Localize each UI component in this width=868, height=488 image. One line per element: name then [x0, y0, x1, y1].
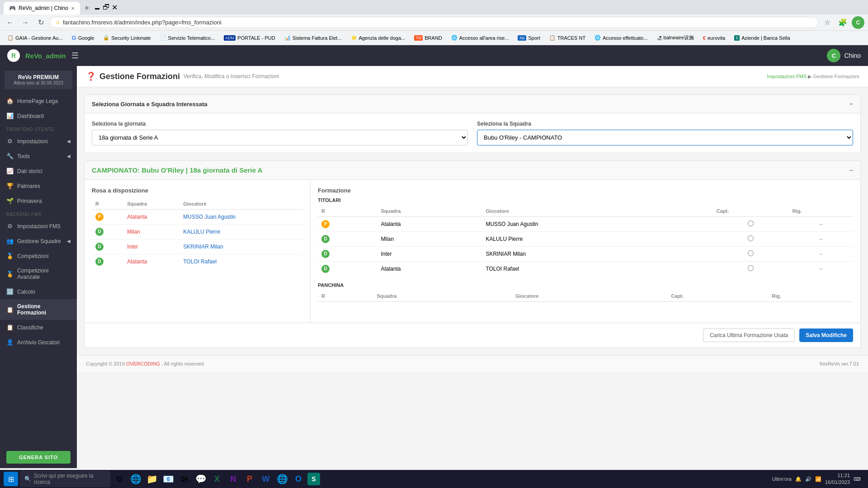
sidebar-item-dati[interactable]: 📈 Dati storici: [0, 164, 77, 178]
role-badge: P: [321, 220, 330, 228]
role-badge: D: [95, 228, 104, 236]
genera-sito-button[interactable]: GENERA SITO: [6, 451, 71, 464]
title-icon: ❓: [86, 71, 96, 81]
bookmark-portale[interactable]: ADMPORTALE - PUD: [220, 34, 278, 42]
rosa-player[interactable]: SKRINIAR Milan: [179, 239, 303, 254]
tit-capt-cell[interactable]: [713, 247, 789, 262]
bookmark-brand[interactable]: TMBRAND: [410, 34, 446, 42]
minimize-btn[interactable]: 🗕: [94, 3, 101, 12]
footer-company-link[interactable]: OVERCODING: [126, 361, 160, 366]
chart-icon: 📈: [6, 168, 14, 174]
bookmark-fattura[interactable]: 📊Sistema Fattura Elet...: [281, 33, 345, 42]
browser-tab-bar: 🎮 ReVo_admin | Chino ✕ + 🗕 🗗 ✕: [0, 0, 868, 14]
tit-capt-cell[interactable]: [713, 232, 789, 247]
settings-icon: ⚙: [6, 138, 14, 145]
giornata-label: Seleziona la giornata: [92, 121, 468, 127]
bookmark-security[interactable]: 🔒Security Linkmate: [99, 33, 154, 42]
rosa-player[interactable]: KALULU Pierre: [179, 225, 303, 239]
rosa-col-r: R: [92, 198, 123, 210]
tit-capt-cell[interactable]: [713, 262, 789, 277]
tit-capt-cell[interactable]: [713, 217, 789, 232]
sidebar-item-competizioni[interactable]: 🏅 Competizioni: [0, 249, 77, 263]
sidebar-item-tools[interactable]: 🔧 Tools ◀: [0, 149, 77, 164]
tit-player: KALULU Pierre: [482, 232, 712, 247]
sidebar-item-primavera[interactable]: 🌱 Primavera: [0, 193, 77, 208]
home-icon: 🏠: [6, 98, 14, 104]
bookmark-sella[interactable]: SAziende | Banca Sella: [731, 34, 793, 42]
capt-radio[interactable]: [748, 265, 754, 271]
page-title: Gestione Formazioni: [99, 72, 180, 81]
rosa-col-giocatore: Giocatore: [179, 198, 303, 210]
bookmark-sport[interactable]: NsSport: [514, 34, 543, 42]
back-btn[interactable]: ←: [4, 16, 16, 29]
tit-col-rig: Rig.: [789, 206, 853, 217]
sidebar-item-homepage[interactable]: 🏠 HomePage Lega: [0, 94, 77, 108]
sidebar-item-impostazioni-fms[interactable]: ⚙ Impostazioni FMS: [0, 219, 77, 234]
collapse-btn-2[interactable]: −: [849, 167, 853, 174]
bookmark-servizio[interactable]: 📄Servizio Telematico...: [156, 33, 219, 42]
rosa-team: Atalanta: [123, 254, 179, 269]
sidebar-item-gestione-formazioni[interactable]: 📋 Gestione Formazioni: [0, 299, 77, 320]
sidebar-item-palmares[interactable]: 🏆 Palmares: [0, 178, 77, 193]
rosa-player[interactable]: MUSSO Juan Agustin: [179, 210, 303, 225]
bookmark-accesso2[interactable]: 🌐Accesso effettuato...: [591, 33, 651, 42]
bookmark-balneaire[interactable]: 🏖balneaire设施: [653, 33, 698, 42]
sidebar-item-dashboard[interactable]: 📊 Dashboard: [0, 108, 77, 123]
tab-close-btn[interactable]: ✕: [71, 6, 75, 11]
user-account-btn[interactable]: C: [852, 16, 864, 29]
select-section: Seleziona Giornata e Squadra Interessata…: [84, 94, 861, 153]
address-bar[interactable]: ⚠ fantachino.fmsrevo.it/admin/index.php?…: [50, 17, 818, 28]
top-bar-right: C Chino: [827, 49, 861, 62]
bookmark-accesso[interactable]: 🌐Accesso all'area rise...: [448, 33, 513, 42]
bookmark-google[interactable]: GGoogle: [68, 33, 98, 42]
panchina-table: R Squadra Giocatore Capt. Rig.: [318, 291, 853, 315]
page-title-area: ❓ Gestione Formazioni Verifica, Modifica…: [86, 71, 279, 81]
rosa-player[interactable]: TOLOI Rafael: [179, 254, 303, 269]
bookmark-gaia[interactable]: 📋GAIA - Gestione Au...: [4, 33, 66, 42]
breadcrumb-link-1[interactable]: Impostazioni FMS: [767, 74, 807, 79]
bookmark-agenzia[interactable]: ⭐Agenzia delle doga...: [347, 33, 409, 42]
footer-version: fmsReVo ver.7.01: [820, 361, 859, 366]
rosa-title: Rosa a disposizione: [92, 187, 303, 194]
collapse-btn-1[interactable]: −: [849, 100, 853, 108]
form-icon: 📋: [6, 306, 14, 313]
form-row: Seleziona la giornata 18a giornata di Se…: [92, 121, 853, 145]
sidebar-item-calcolo[interactable]: 🔢 Calcolo: [0, 284, 77, 299]
rosa-role: D: [92, 254, 123, 269]
giornata-select[interactable]: 18a giornata di Serie A: [92, 130, 468, 145]
tit-rig-cell: --: [789, 262, 853, 277]
titolari-table: R Squadra Giocatore Capt. Rig. P Atalant…: [318, 206, 853, 276]
browser-tab[interactable]: 🎮 ReVo_admin | Chino ✕: [4, 2, 80, 14]
carica-btn[interactable]: Carica Ultima Formazione Usata: [703, 328, 795, 342]
sidebar-item-competizioni-avanzate[interactable]: 🏅 Competizioni Avanzate: [0, 263, 77, 284]
squadra-select[interactable]: Bubu O'Riley - CAMPIONATO: [477, 130, 853, 145]
sidebar-item-classifiche[interactable]: 📋 Classifiche: [0, 320, 77, 335]
premium-subtitle: Attiva sino al 30 06 2023: [9, 80, 68, 85]
sidebar-item-archivio[interactable]: 👤 Archivio Giocatori: [0, 335, 77, 350]
capt-radio[interactable]: [748, 250, 754, 256]
bookmark-eurovita[interactable]: €eurovita: [699, 34, 729, 42]
spring-icon: 🌱: [6, 197, 14, 204]
maximize-btn[interactable]: 🗗: [103, 3, 110, 12]
sidebar: ReVo PREMIUM Attiva sino al 30 06 2023 🏠…: [0, 66, 77, 468]
new-tab-button[interactable]: +: [82, 4, 92, 13]
sidebar-item-gestione-squadre[interactable]: 👥 Gestione Squadre ◀: [0, 234, 77, 249]
forward-btn[interactable]: →: [19, 16, 32, 29]
page-header: ❓ Gestione Formazioni Verifica, Modifica…: [77, 66, 868, 87]
salva-btn[interactable]: Salva Modifiche: [799, 328, 853, 342]
refresh-btn[interactable]: ↻: [34, 16, 47, 29]
role-badge: D: [321, 250, 330, 258]
hamburger-btn[interactable]: ☰: [71, 51, 79, 61]
close-btn[interactable]: ✕: [112, 3, 118, 12]
backend-label: BACKEND FMS: [0, 208, 77, 219]
select-section-body: Seleziona la giornata 18a giornata di Se…: [85, 113, 860, 153]
capt-radio[interactable]: [748, 235, 754, 241]
extensions-btn[interactable]: 🧩: [836, 16, 849, 29]
squadra-group: Seleziona la Squadra Bubu O'Riley - CAMP…: [477, 121, 853, 145]
capt-radio[interactable]: [748, 221, 754, 226]
bookmark-traces[interactable]: 📋TRACES NT: [546, 33, 589, 42]
tit-role: P: [318, 217, 377, 232]
tit-role: D: [318, 262, 377, 277]
sidebar-item-impostazioni[interactable]: ⚙ Impostazioni ◀: [0, 134, 77, 149]
bookmark-btn[interactable]: ☆: [821, 16, 834, 29]
